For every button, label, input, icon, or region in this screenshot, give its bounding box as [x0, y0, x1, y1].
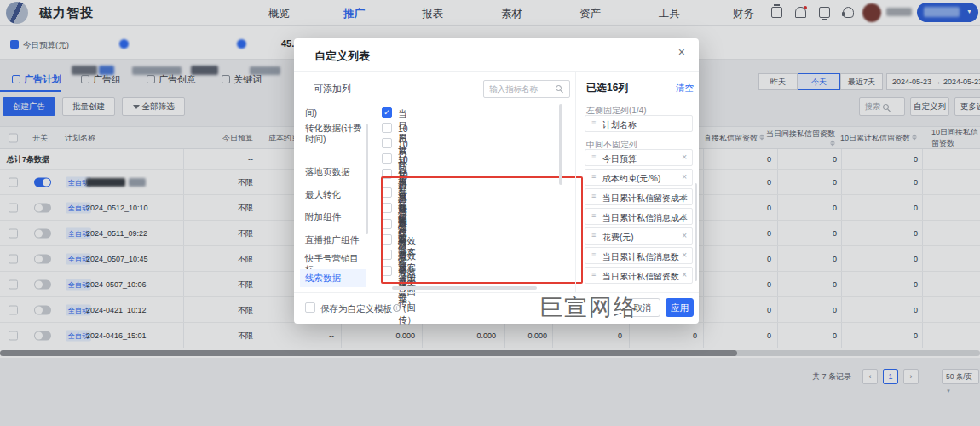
- selected-column-card[interactable]: ≡ 当日累计私信留资数 ×: [585, 267, 693, 284]
- checkbox: [382, 250, 392, 260]
- close-icon[interactable]: ×: [678, 45, 685, 59]
- selected-count-title: 已选16列: [586, 81, 628, 95]
- metric-search-box[interactable]: [483, 80, 570, 98]
- drag-handle-icon[interactable]: ≡: [591, 211, 596, 220]
- clear-all-link[interactable]: 清空: [676, 83, 694, 95]
- category-item[interactable]: 附加组件: [305, 211, 366, 222]
- apply-button[interactable]: 应用: [666, 298, 694, 317]
- panel-scrollbar[interactable]: [695, 183, 697, 281]
- search-icon: [556, 85, 562, 91]
- category-item-partial[interactable]: 间): [305, 107, 366, 118]
- remove-icon[interactable]: ×: [682, 211, 687, 221]
- watermark: 巨宣网络: [539, 292, 638, 323]
- checkbox: [382, 203, 392, 213]
- modal-title: 自定义列表: [314, 49, 370, 64]
- selected-column-card[interactable]: ≡ 今日预算 ×: [585, 149, 693, 166]
- drag-handle-icon[interactable]: ≡: [591, 192, 596, 200]
- remove-icon[interactable]: ×: [682, 250, 687, 260]
- checkbox: [382, 234, 392, 245]
- checkbox: [382, 266, 392, 276]
- selected-column-card[interactable]: ≡ 计划名称: [585, 115, 693, 132]
- checkbox: [382, 169, 392, 179]
- category-item[interactable]: 最大转化: [305, 189, 366, 200]
- selected-column-card[interactable]: ≡ 成本约束(元/%) ×: [585, 169, 693, 186]
- category-item[interactable]: 直播推广组件: [305, 234, 366, 245]
- remove-icon[interactable]: ×: [682, 231, 687, 240]
- save-template-checkbox[interactable]: [305, 302, 315, 313]
- checkbox-checked: ✓: [382, 107, 392, 118]
- selected-column-card[interactable]: ≡ 当日累计私信消息数 ×: [585, 247, 693, 264]
- screen: 磁力智投 概览 推广 报表 素材 资产 工具 财务 ▼ 今日预算(元) 45. …: [0, 0, 980, 426]
- selected-column-card[interactable]: ≡ 当日累计私信留资成本 ×: [585, 188, 693, 205]
- info-icon: i: [393, 304, 401, 312]
- checkbox: [382, 219, 392, 229]
- drag-handle-icon[interactable]: ≡: [591, 270, 596, 279]
- remove-icon[interactable]: ×: [682, 192, 687, 201]
- customize-columns-modal: 自定义列表 × 可添加列 间) 转化数据(计费时间) 落地页数据 最大转化 附加…: [294, 38, 699, 324]
- category-item[interactable]: 转化数据(计费时间): [305, 123, 366, 145]
- remove-icon[interactable]: ×: [682, 270, 687, 279]
- category-item-active[interactable]: 线索数据: [300, 269, 366, 287]
- save-template-label: 保存为自定义模板: [320, 303, 392, 315]
- drag-handle-icon[interactable]: ≡: [591, 118, 596, 127]
- checkbox: [382, 153, 392, 164]
- drag-handle-icon[interactable]: ≡: [591, 250, 596, 259]
- modal-header-divider: [294, 71, 699, 72]
- drag-handle-icon[interactable]: ≡: [591, 231, 596, 239]
- addable-columns-label: 可添加列: [314, 83, 351, 95]
- checkbox: [382, 138, 392, 148]
- drag-handle-icon[interactable]: ≡: [591, 153, 596, 161]
- panel-divider: [575, 72, 576, 292]
- remove-icon[interactable]: ×: [682, 153, 687, 162]
- list-scrollbar-vertical[interactable]: [559, 104, 562, 185]
- sidebar-scrollbar[interactable]: [366, 124, 368, 234]
- list-scrollbar-horizontal[interactable]: [392, 286, 537, 290]
- drag-handle-icon[interactable]: ≡: [591, 172, 596, 181]
- metric-search-input[interactable]: [489, 83, 552, 95]
- selected-column-card[interactable]: ≡ 花费(元) ×: [585, 227, 693, 245]
- category-item[interactable]: 落地页数据: [305, 166, 366, 177]
- checkbox: [382, 187, 392, 198]
- selected-column-card[interactable]: ≡ 当日累计私信消息成本 ×: [585, 208, 693, 225]
- checkbox: [382, 123, 392, 133]
- remove-icon[interactable]: ×: [682, 172, 687, 181]
